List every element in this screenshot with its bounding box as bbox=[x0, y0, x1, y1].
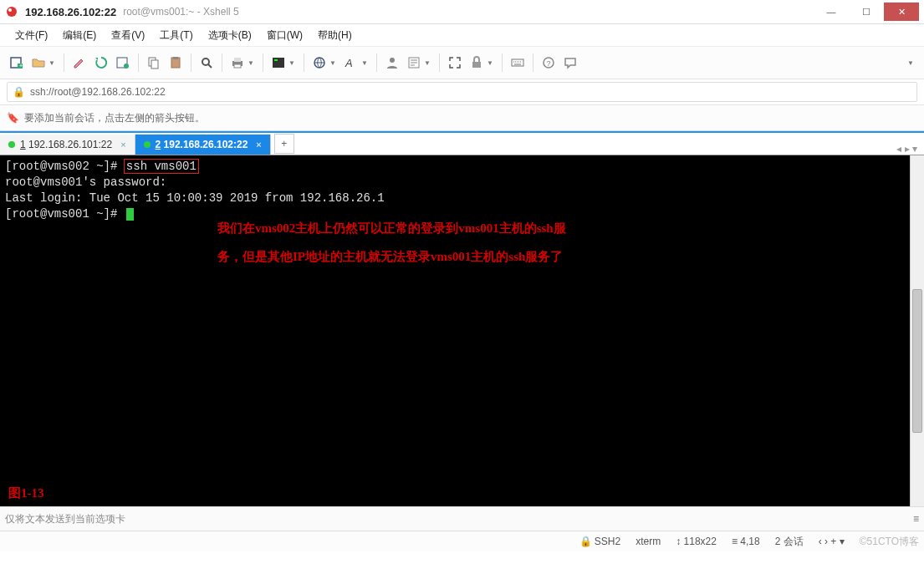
terminal[interactable]: [root@vms002 ~]# ssh vms001 root@vms001'… bbox=[0, 155, 910, 506]
feedback-icon[interactable] bbox=[560, 53, 580, 73]
keyboard-icon[interactable] bbox=[508, 53, 528, 73]
toolbar-separator bbox=[304, 53, 304, 72]
font-icon[interactable]: A bbox=[341, 53, 361, 73]
sendbar-menu-icon[interactable]: ≡ bbox=[913, 513, 919, 525]
svg-rect-10 bbox=[173, 57, 178, 59]
lock-dropdown-icon[interactable]: ▼ bbox=[487, 59, 493, 67]
encoding-dropdown-icon[interactable]: ▼ bbox=[329, 59, 336, 67]
toolbar-separator bbox=[263, 53, 263, 72]
annotation-text: 我们在vms002主机上仍然可以正常的登录到vms001主机的ssh服 bbox=[217, 221, 566, 236]
window-title-host: 192.168.26.102:22 bbox=[25, 6, 116, 18]
user-icon[interactable] bbox=[382, 53, 402, 73]
status-tab-nav[interactable]: ‹ › + ▾ bbox=[819, 536, 845, 547]
figure-label: 图1-13 bbox=[8, 485, 44, 501]
toolbar-separator bbox=[502, 53, 503, 72]
svg-text:+: + bbox=[19, 63, 23, 69]
print-dropdown-icon[interactable]: ▼ bbox=[248, 59, 254, 67]
toolbar-separator bbox=[138, 53, 139, 72]
svg-rect-16 bbox=[273, 58, 284, 68]
session-tab-2[interactable]: 2 192.168.26.102:22 × bbox=[135, 135, 271, 155]
svg-rect-14 bbox=[234, 58, 241, 62]
status-sessions: 2 会话 bbox=[775, 535, 804, 549]
menu-window[interactable]: 窗口(W) bbox=[260, 26, 309, 45]
bookmark-add-icon[interactable]: 🔖 bbox=[7, 112, 19, 124]
resize-icon: ↕ bbox=[676, 536, 681, 547]
menu-bar: 文件(F) 编辑(E) 查看(V) 工具(T) 选项卡(B) 窗口(W) 帮助(… bbox=[0, 24, 924, 47]
script-dropdown-icon[interactable]: ▼ bbox=[424, 59, 431, 67]
scrollbar-thumb[interactable] bbox=[912, 289, 922, 433]
menu-tabs[interactable]: 选项卡(B) bbox=[202, 26, 258, 45]
address-url: ssh://root@192.168.26.102:22 bbox=[30, 86, 166, 98]
menu-file[interactable]: 文件(F) bbox=[8, 26, 54, 45]
copy-icon[interactable] bbox=[144, 53, 164, 73]
lock-small-icon: 🔒 bbox=[579, 536, 592, 547]
svg-point-20 bbox=[390, 58, 395, 63]
menu-view[interactable]: 查看(V) bbox=[105, 26, 151, 45]
menu-edit[interactable]: 编辑(E) bbox=[56, 26, 103, 45]
open-dropdown-icon[interactable]: ▼ bbox=[48, 59, 55, 67]
tab-nav-buttons[interactable]: ◂ ▸ ▾ bbox=[890, 143, 924, 155]
shell-prompt: [root@vms001 ~]# bbox=[5, 207, 125, 221]
svg-rect-15 bbox=[234, 64, 241, 68]
color-scheme-icon[interactable] bbox=[268, 53, 288, 73]
toolbar-separator bbox=[376, 53, 377, 72]
encoding-icon[interactable] bbox=[309, 53, 329, 73]
watermark-text: ©51CTO博客 bbox=[860, 535, 919, 549]
hint-bar: 🔖 要添加当前会话，点击左侧的箭头按钮。 bbox=[0, 105, 924, 131]
padlock-icon: 🔒 bbox=[13, 86, 25, 98]
status-dot-icon bbox=[144, 141, 151, 148]
status-proto: 🔒 SSH2 bbox=[579, 536, 621, 547]
menu-tools[interactable]: 工具(T) bbox=[153, 26, 199, 45]
tab-label: 1 192.168.26.101:22 bbox=[20, 139, 112, 150]
tab-close-icon[interactable]: × bbox=[256, 140, 261, 150]
cursor-block-icon bbox=[126, 208, 134, 221]
terminal-line: root@vms001's password: bbox=[5, 175, 166, 189]
tab-close-icon[interactable]: × bbox=[120, 140, 125, 150]
send-text-placeholder: 仅将文本发送到当前选项卡 bbox=[5, 512, 125, 526]
new-session-icon[interactable]: + bbox=[7, 53, 27, 73]
annotation-text: 务，但是其他IP地址的主机就无法登录vms001主机的ssh服务了 bbox=[217, 249, 563, 265]
app-logo-icon bbox=[5, 5, 18, 18]
lines-icon: ≡ bbox=[732, 536, 738, 547]
find-icon[interactable] bbox=[197, 53, 217, 73]
reconnect-icon[interactable] bbox=[91, 53, 111, 73]
status-size: ↕ 118x22 bbox=[676, 536, 717, 547]
svg-rect-8 bbox=[151, 60, 158, 69]
session-tabstrip: 1 192.168.26.101:22 × 2 192.168.26.102:2… bbox=[0, 131, 924, 155]
svg-text:A: A bbox=[345, 57, 353, 69]
status-bar: 🔒 SSH2 xterm ↕ 118x22 ≡ 4,18 2 会话 ‹ › + … bbox=[0, 531, 924, 551]
script-icon[interactable] bbox=[404, 53, 424, 73]
session-tab-1[interactable]: 1 192.168.26.101:22 × bbox=[0, 135, 135, 155]
highlighted-command: ssh vms001 bbox=[125, 160, 198, 173]
title-bar: 192.168.26.102:22 root@vms001:~ - Xshell… bbox=[0, 0, 924, 24]
font-dropdown-icon[interactable]: ▼ bbox=[361, 59, 368, 67]
open-session-icon[interactable] bbox=[28, 53, 48, 73]
status-termtype: xterm bbox=[636, 536, 661, 547]
menu-help[interactable]: 帮助(H) bbox=[311, 26, 359, 45]
svg-text:?: ? bbox=[547, 59, 551, 68]
new-tab-button[interactable]: + bbox=[274, 134, 294, 154]
toolbar-separator bbox=[64, 53, 64, 72]
maximize-button[interactable]: ☐ bbox=[849, 3, 884, 21]
tab-label: 2 192.168.26.102:22 bbox=[156, 139, 248, 150]
help-icon[interactable]: ? bbox=[539, 53, 559, 73]
svg-rect-17 bbox=[274, 59, 278, 61]
svg-point-0 bbox=[7, 7, 17, 17]
svg-rect-23 bbox=[512, 59, 523, 66]
close-button[interactable]: ✕ bbox=[884, 3, 919, 21]
properties-icon[interactable] bbox=[113, 53, 133, 73]
color-dropdown-icon[interactable]: ▼ bbox=[288, 59, 295, 67]
status-pos: ≡ 4,18 bbox=[732, 536, 760, 547]
toolbar-overflow-icon[interactable]: ▼ bbox=[907, 59, 914, 67]
paste-icon[interactable] bbox=[166, 53, 186, 73]
print-icon[interactable] bbox=[227, 53, 248, 73]
terminal-line: Last login: Tue Oct 15 10:00:39 2019 fro… bbox=[5, 191, 385, 205]
send-text-bar[interactable]: 仅将文本发送到当前选项卡 ≡ bbox=[0, 506, 924, 531]
edit-icon[interactable] bbox=[69, 53, 89, 73]
terminal-scrollbar[interactable] bbox=[910, 155, 924, 506]
fullscreen-icon[interactable] bbox=[445, 53, 465, 73]
terminal-area: [root@vms002 ~]# ssh vms001 root@vms001'… bbox=[0, 155, 924, 506]
lock-icon[interactable] bbox=[467, 53, 487, 73]
minimize-button[interactable]: — bbox=[814, 3, 849, 21]
address-bar[interactable]: 🔒 ssh://root@192.168.26.102:22 bbox=[7, 82, 917, 102]
